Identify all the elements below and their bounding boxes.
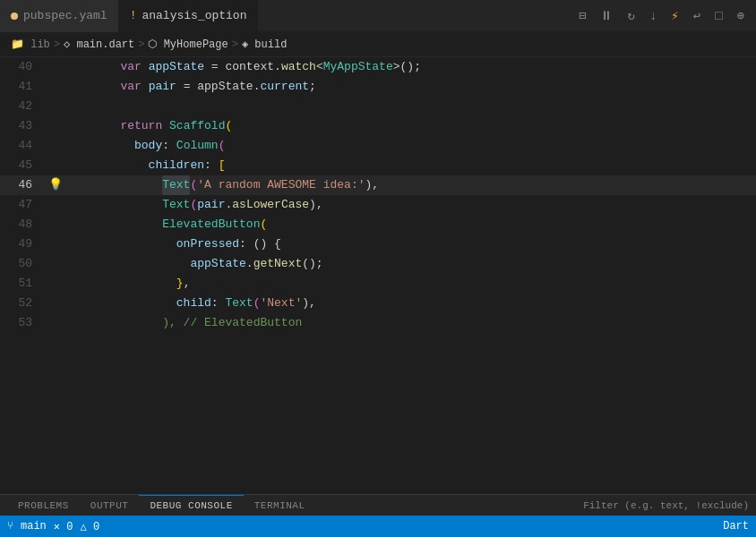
code-token: } [176, 274, 184, 294]
language-indicator[interactable]: Dart [723, 520, 749, 533]
table-row: 51 }, [0, 274, 756, 294]
table-row: 47 Text(pair.asLowerCase), [0, 195, 756, 215]
table-row: 44 body: Column( [0, 136, 756, 156]
table-row: 40 var appState = context.watch<MyAppSta… [0, 57, 756, 77]
code-token: pair [149, 77, 176, 97]
code-token-line: body: Column( [64, 136, 225, 156]
table-row: 42 [0, 97, 756, 116]
split-editor-btn[interactable]: ⊟ [574, 8, 590, 24]
step-back-btn[interactable]: ↓ [645, 8, 661, 24]
code-token: 'Next' [260, 294, 302, 313]
code-token: Scaffold [169, 116, 225, 136]
tab-terminal[interactable]: TERMINAL [244, 495, 316, 516]
code-token [64, 313, 162, 333]
code-token: appState [64, 254, 246, 274]
branch-name[interactable]: main [21, 520, 47, 533]
code-token: children [64, 156, 204, 175]
table-row: 50 appState.getNext(); [0, 254, 756, 274]
code-token: ), [365, 175, 379, 195]
search-btn[interactable]: ⊕ [733, 8, 749, 24]
code-token-line: ElevatedButton( [64, 215, 267, 234]
code-token-line: var pair = appState.current; [64, 77, 316, 97]
branch-icon: ⑂ [7, 520, 13, 533]
dart-file-icon: ◇ [64, 38, 70, 51]
line-number: 51 [0, 274, 47, 294]
line-number: 47 [0, 195, 47, 215]
code-token [64, 175, 162, 195]
code-token: var [64, 77, 149, 97]
breadcrumb-lib[interactable]: 📁 lib [11, 38, 50, 51]
code-token-line: child: Text('Next'), [64, 294, 316, 313]
code-token: appState [149, 57, 204, 77]
line-number: 48 [0, 215, 47, 234]
table-row: 53 ), // ElevatedButton [0, 313, 756, 333]
code-token: ( [219, 136, 226, 156]
line-number: 41 [0, 77, 47, 97]
breadcrumb-main-dart[interactable]: ◇ main.dart [64, 38, 134, 51]
line-number: 52 [0, 294, 47, 313]
tab-output[interactable]: OUTPUT [80, 495, 140, 516]
code-token-line: children: [ [64, 156, 225, 175]
errors-indicator: ✕ 0 [54, 520, 73, 533]
code-token: < [316, 57, 323, 77]
table-row: 48 ElevatedButton( [0, 215, 756, 234]
code-token: ), // ElevatedButton [162, 313, 302, 333]
replay-btn[interactable]: ↻ [623, 8, 639, 24]
tab-pubspec[interactable]: pubspec.yaml [0, 0, 119, 32]
method-icon: ◈ [242, 38, 248, 51]
code-token: = appState. [176, 77, 261, 97]
status-bar: ⑂ main ✕ 0 △ 0 Dart [0, 516, 756, 537]
line-number: 42 [0, 97, 47, 116]
line-number: 43 [0, 116, 47, 136]
code-token: asLowerCase [232, 195, 309, 215]
lightning-btn[interactable]: ⚡ [666, 8, 683, 24]
code-token: ; [414, 57, 421, 77]
tab-modified-dot [11, 13, 18, 20]
panel-tabs: PROBLEMS OUTPUT DEBUG CONSOLE TERMINAL F… [0, 494, 756, 516]
tab-toolbar: ⊟ ⏸ ↻ ↓ ⚡ ↩ □ ⊕ [574, 0, 756, 31]
code-token: ( [225, 116, 232, 136]
code-token: ; [309, 77, 316, 97]
code-token: : [162, 136, 176, 156]
table-row: 43 return Scaffold( [0, 116, 756, 136]
code-token-line: var appState = context.watch<MyAppState>… [64, 57, 421, 77]
code-token: child [64, 294, 211, 313]
breadcrumb-sep-1: > [54, 38, 60, 51]
code-token: Text [162, 175, 190, 195]
stop-btn[interactable]: □ [710, 8, 726, 24]
line-number: 46 [0, 175, 47, 195]
breadcrumb-myhomepage[interactable]: ⬡ MyHomePage [148, 38, 228, 51]
code-token: onPressed [64, 234, 239, 254]
code-token: = context. [204, 57, 281, 77]
tab-bar: pubspec.yaml ! analysis_option ⊟ ⏸ ↻ ↓ ⚡… [0, 0, 756, 32]
code-token: ), [309, 195, 323, 215]
tab-problems[interactable]: PROBLEMS [7, 495, 80, 516]
pause-btn[interactable]: ⏸ [596, 8, 617, 24]
class-icon: ⬡ [148, 38, 157, 51]
code-token-line: return Scaffold( [64, 116, 232, 136]
code-token-line: appState.getNext(); [64, 254, 323, 274]
tab-debug-console[interactable]: DEBUG CONSOLE [139, 495, 243, 516]
code-token: getNext [253, 254, 303, 274]
line-number: 45 [0, 156, 47, 175]
tab-analysis[interactable]: ! analysis_option [119, 0, 259, 32]
undo-btn[interactable]: ↩ [689, 8, 705, 24]
code-token [64, 274, 176, 294]
breadcrumb-build[interactable]: ◈ build [242, 38, 287, 51]
line-number: 40 [0, 57, 47, 77]
code-token: pair [197, 195, 225, 215]
status-bar-right: Dart [723, 520, 749, 533]
code-token: ( [190, 195, 197, 215]
code-lines-container: 40 var appState = context.watch<MyAppSta… [0, 57, 756, 516]
line-number: 53 [0, 313, 47, 333]
tab-analysis-label: analysis_option [142, 9, 246, 22]
filter-hint: Filter (e.g. text, !exclude) [583, 500, 749, 511]
code-token: , [184, 274, 191, 294]
folder-icon: 📁 [11, 38, 24, 51]
breadcrumb: 📁 lib > ◇ main.dart > ⬡ MyHomePage > ◈ b… [0, 32, 756, 57]
breadcrumb-sep-2: > [138, 38, 144, 51]
code-token: Text [162, 195, 190, 215]
line-number: 44 [0, 136, 47, 156]
code-token-line: onPressed: () { [64, 234, 281, 254]
code-token-line: Text(pair.asLowerCase), [64, 195, 323, 215]
